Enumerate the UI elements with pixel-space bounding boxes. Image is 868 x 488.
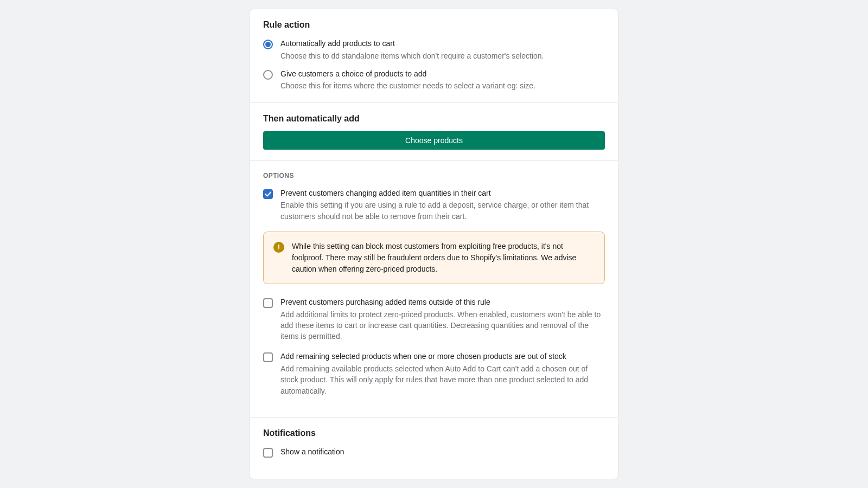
- check-icon: [264, 190, 272, 198]
- warning-text: While this setting can block most custom…: [292, 241, 595, 275]
- choose-products-button[interactable]: Choose products: [263, 131, 605, 150]
- radio-auto-add[interactable]: Automatically add products to cart Choos…: [263, 38, 605, 61]
- checkbox-input-add-remaining[interactable]: [263, 352, 273, 362]
- checkbox-description: Enable this setting if you are using a r…: [280, 200, 605, 222]
- checkbox-description: Add remaining available products selecte…: [280, 363, 605, 396]
- radio-input-auto-add[interactable]: [263, 40, 273, 49]
- radio-description: Choose this to dd standalone items which…: [280, 50, 605, 61]
- options-section: OPTIONS Prevent customers changing added…: [250, 160, 618, 417]
- then-add-section: Then automatically add Choose products: [250, 102, 618, 160]
- checkbox-input-show-notification[interactable]: [263, 448, 273, 458]
- settings-card: Rule action Automatically add products t…: [250, 9, 618, 479]
- checkbox-input-prevent-qty[interactable]: [263, 189, 273, 199]
- rule-action-title: Rule action: [263, 20, 605, 30]
- checkbox-add-remaining-oos[interactable]: Add remaining selected products when one…: [263, 351, 605, 396]
- radio-description: Choose this for items where the customer…: [280, 80, 605, 91]
- checkbox-prevent-qty-change[interactable]: Prevent customers changing added item qu…: [263, 188, 605, 222]
- checkbox-label: Add remaining selected products when one…: [280, 351, 605, 362]
- notifications-title: Notifications: [263, 428, 605, 438]
- then-add-title: Then automatically add: [263, 114, 605, 124]
- checkbox-show-notification[interactable]: Show a notification: [263, 447, 605, 458]
- checkbox-input-prevent-outside[interactable]: [263, 298, 273, 308]
- radio-label: Automatically add products to cart: [280, 38, 605, 49]
- options-heading: OPTIONS: [263, 172, 605, 179]
- radio-customer-choice[interactable]: Give customers a choice of products to a…: [263, 69, 605, 92]
- checkbox-label: Show a notification: [280, 447, 605, 458]
- radio-label: Give customers a choice of products to a…: [280, 69, 605, 80]
- checkbox-description: Add additional limits to protect zero-pr…: [280, 309, 605, 342]
- warning-banner: ! While this setting can block most cust…: [263, 232, 605, 284]
- checkbox-prevent-outside-purchase[interactable]: Prevent customers purchasing added items…: [263, 297, 605, 342]
- rule-action-section: Rule action Automatically add products t…: [250, 9, 618, 102]
- checkbox-label: Prevent customers purchasing added items…: [280, 297, 605, 308]
- radio-input-customer-choice[interactable]: [263, 70, 273, 80]
- checkbox-label: Prevent customers changing added item qu…: [280, 188, 605, 199]
- notifications-section: Notifications Show a notification: [250, 417, 618, 468]
- warning-icon: !: [273, 242, 284, 253]
